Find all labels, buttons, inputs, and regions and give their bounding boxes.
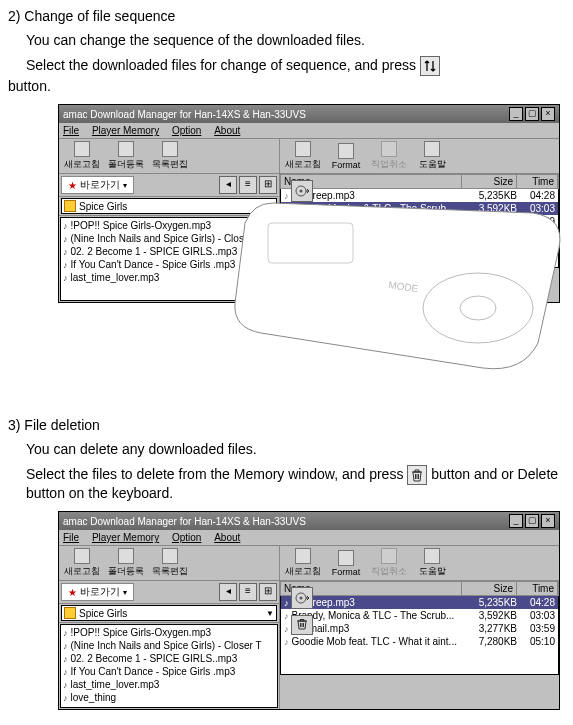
nav-back-button[interactable]: ◂: [219, 583, 237, 601]
section2-p1: You can delete any downloaded files.: [26, 441, 565, 457]
left-tool-register[interactable]: 폴더등록: [105, 547, 147, 579]
right-tool-0[interactable]: 새로고침: [282, 140, 324, 172]
transfer-right-button[interactable]: [291, 587, 313, 609]
view-list-button[interactable]: ≡: [239, 176, 257, 194]
grid-row[interactable]: Goodie Mob feat. TLC - What it aint...7,…: [281, 635, 558, 648]
left-tool-edit[interactable]: 목록편집: [149, 547, 191, 579]
svg-point-7: [300, 597, 303, 600]
location-label[interactable]: ★바로가기▾: [61, 176, 134, 194]
left-file-item[interactable]: love_thing: [61, 691, 277, 704]
left-file-item[interactable]: last_time_lover.mp3: [61, 678, 277, 691]
left-file-item[interactable]: !POP!! Spice Girls-Oxygen.mp3: [61, 626, 277, 639]
left-tool-edit[interactable]: 목록편집: [149, 140, 191, 172]
grid-headers: Name Size Time: [280, 581, 559, 596]
reorder-icon: [420, 56, 440, 76]
menu-file[interactable]: File: [63, 125, 79, 136]
left-file-item[interactable]: (Nine Inch Nails and Spice Girls) - Clos…: [61, 232, 277, 245]
app-title: amac Download Manager for Han-14XS & Han…: [63, 109, 306, 120]
grid-headers: Name Size Time: [280, 174, 559, 189]
close-button[interactable]: ×: [541, 514, 555, 528]
grid-row[interactable]: Goodie Mob feat. TLC - What it aint...7,…: [281, 228, 558, 241]
grid-row[interactable]: Fanmail.mp33,277KB03:59: [281, 622, 558, 635]
grid-row[interactable]: 12 Creep.mp35,235KB04:28: [281, 596, 558, 609]
left-tool-refresh[interactable]: 새로고침: [61, 140, 103, 172]
reorder-button[interactable]: ↑↓: [291, 208, 313, 228]
section-title-2: 3) File deletion: [8, 417, 565, 433]
left-file-item[interactable]: If You Can't Dance - Spice Girls .mp3: [61, 258, 277, 271]
grid-row[interactable]: Brandy, Monica & TLC - The Scrub...3,592…: [281, 609, 558, 622]
view-tree-button[interactable]: ⊞: [259, 583, 277, 601]
app-window-1: amac Download Manager for Han-14XS & Han…: [58, 104, 560, 303]
location-label[interactable]: ★바로가기▾: [61, 583, 134, 601]
right-pane: 새로고침 Format 직업취소 도움말 Name Size Time 12 C…: [280, 546, 559, 709]
right-grid[interactable]: 12 Creep.mp35,235KB04:28Brandy, Monica &…: [280, 189, 559, 268]
section1-p2a: Select the downloaded files for change o…: [26, 57, 420, 73]
transfer-column: [291, 587, 313, 635]
menu-about[interactable]: About: [214, 125, 240, 136]
menu-option[interactable]: Option: [172, 125, 201, 136]
right-pane: 새로고침 Format 직업취소 도움말 Name Size Time 12 C…: [280, 139, 559, 302]
view-tree-button[interactable]: ⊞: [259, 176, 277, 194]
minimize-button[interactable]: _: [509, 107, 523, 121]
transfer-right-button[interactable]: [291, 180, 313, 202]
delete-button[interactable]: [291, 615, 313, 635]
left-file-item[interactable]: If You Can't Dance - Spice Girls .mp3: [61, 665, 277, 678]
section2-p2a: Select the files to delete from the Memo…: [26, 466, 407, 482]
left-pane: 새로고침 폴더등록 목록편집 ★바로가기▾ ◂ ≡ ⊞ Spice Girls▼…: [59, 139, 280, 302]
menu-option[interactable]: Option: [172, 532, 201, 543]
right-tool-3[interactable]: 도움말: [412, 140, 452, 172]
right-tool-3[interactable]: 도움말: [412, 547, 452, 579]
grid-row[interactable]: 12 Creep.mp35,235KB04:28: [281, 189, 558, 202]
left-tool-refresh[interactable]: 새로고침: [61, 547, 103, 579]
menu-player-memory[interactable]: Player Memory: [92, 532, 159, 543]
menu-file[interactable]: File: [63, 532, 79, 543]
app-title: amac Download Manager for Han-14XS & Han…: [63, 516, 306, 527]
folder-dropdown[interactable]: Spice Girls▼: [61, 605, 277, 621]
left-file-list[interactable]: !POP!! Spice Girls-Oxygen.mp3(Nine Inch …: [60, 624, 278, 708]
transfer-column: ↑↓: [291, 180, 313, 228]
svg-point-1: [300, 190, 303, 193]
left-tool-register[interactable]: 폴더등록: [105, 140, 147, 172]
titlebar: amac Download Manager for Han-14XS & Han…: [59, 105, 559, 123]
grid-row[interactable]: Fanmail.mp33,277KB03:59: [281, 215, 558, 228]
section-title-1: 2) Change of file sequence: [8, 8, 565, 24]
section1-p1: You can change the sequence of the downl…: [26, 32, 565, 48]
menu-player-memory[interactable]: Player Memory: [92, 125, 159, 136]
right-tool-1[interactable]: Format: [326, 142, 366, 171]
titlebar: amac Download Manager for Han-14XS & Han…: [59, 512, 559, 530]
right-tool-2[interactable]: 직업취소: [368, 547, 410, 579]
left-file-item[interactable]: (Nine Inch Nails and Spice Girls) - Clos…: [61, 639, 277, 652]
view-list-button[interactable]: ≡: [239, 583, 257, 601]
section1-p2b: button.: [8, 78, 51, 94]
right-tool-0[interactable]: 새로고침: [282, 547, 324, 579]
app-window-2: amac Download Manager for Han-14XS & Han…: [58, 511, 560, 710]
trash-icon: [407, 465, 427, 485]
menu-about[interactable]: About: [214, 532, 240, 543]
left-file-item[interactable]: 02. 2 Become 1 - SPICE GIRLS..mp3: [61, 245, 277, 258]
close-button[interactable]: ×: [541, 107, 555, 121]
grid-row[interactable]: Brandy, Monica & TLC - The Scrub...3,592…: [281, 202, 558, 215]
nav-back-button[interactable]: ◂: [219, 176, 237, 194]
maximize-button[interactable]: ▢: [525, 514, 539, 528]
menubar: File Player Memory Option About: [59, 123, 559, 139]
right-tool-1[interactable]: Format: [326, 549, 366, 578]
left-pane: 새로고침 폴더등록 목록편집 ★바로가기▾ ◂ ≡ ⊞ Spice Girls▼…: [59, 546, 280, 709]
figure-1-wrap: amac Download Manager for Han-14XS & Han…: [8, 104, 568, 303]
left-file-item[interactable]: last_time_lover.mp3: [61, 271, 277, 284]
left-file-item[interactable]: 02. 2 Become 1 - SPICE GIRLS..mp3: [61, 652, 277, 665]
left-file-item[interactable]: !POP!! Spice Girls-Oxygen.mp3: [61, 219, 277, 232]
right-tool-2[interactable]: 직업취소: [368, 140, 410, 172]
minimize-button[interactable]: _: [509, 514, 523, 528]
left-file-list[interactable]: !POP!! Spice Girls-Oxygen.mp3(Nine Inch …: [60, 217, 278, 301]
menubar: File Player Memory Option About: [59, 530, 559, 546]
right-grid[interactable]: 12 Creep.mp35,235KB04:28Brandy, Monica &…: [280, 596, 559, 675]
folder-dropdown[interactable]: Spice Girls▼: [61, 198, 277, 214]
maximize-button[interactable]: ▢: [525, 107, 539, 121]
